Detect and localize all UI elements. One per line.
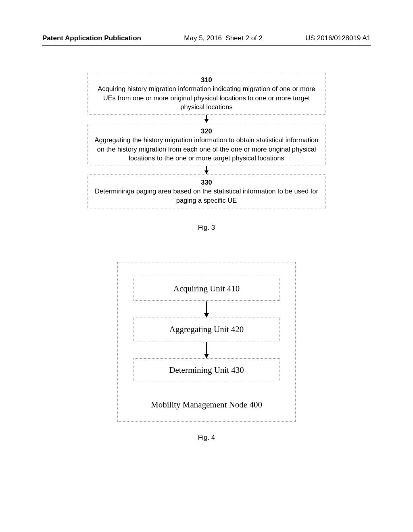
fig3-box-330: 330 Determininga paging area based on th… (88, 174, 325, 208)
figure-4: Acquiring Unit 410 Aggregating Unit 420 … (117, 262, 296, 422)
arrow-down-icon (118, 301, 295, 318)
figure-3: 310 Acquiring history migration informat… (88, 72, 325, 208)
fig3-box-310-text: Acquiring history migration information … (93, 84, 320, 111)
page: Patent Application Publication May 5, 20… (0, 0, 413, 532)
svg-marker-1 (204, 119, 209, 123)
fig3-box-320: 320 Aggregating the history migration in… (88, 123, 325, 166)
figure-4-caption: Fig. 4 (42, 434, 371, 442)
mobility-node-label: Mobility Management Node 400 (118, 400, 295, 410)
publication-number: US 2016/0128019 A1 (305, 34, 371, 42)
fig3-box-320-number: 320 (93, 127, 320, 135)
header-date: May 5, 2016 Sheet 2 of 2 (184, 34, 263, 42)
svg-marker-7 (204, 354, 209, 358)
aggregating-unit-box: Aggregating Unit 420 (133, 318, 280, 341)
publication-line: Patent Application Publication (42, 34, 141, 42)
page-header: Patent Application Publication May 5, 20… (42, 34, 371, 42)
determining-unit-box: Determining Unit 430 (133, 358, 280, 382)
fig3-box-310-number: 310 (93, 75, 320, 84)
arrow-down-icon (118, 341, 295, 358)
arrow-down-icon (88, 166, 325, 174)
fig3-box-330-text: Determininga paging area based on the st… (93, 187, 320, 205)
fig3-box-310: 310 Acquiring history migration informat… (88, 72, 325, 115)
fig3-box-330-number: 330 (93, 178, 320, 187)
figure-3-caption: Fig. 3 (42, 224, 371, 232)
fig3-box-320-text: Aggregating the history migration inform… (93, 135, 320, 162)
header-rule (42, 45, 371, 46)
acquiring-unit-box: Acquiring Unit 410 (133, 277, 280, 301)
svg-marker-3 (204, 170, 209, 174)
svg-marker-5 (204, 313, 209, 318)
arrow-down-icon (88, 115, 325, 123)
